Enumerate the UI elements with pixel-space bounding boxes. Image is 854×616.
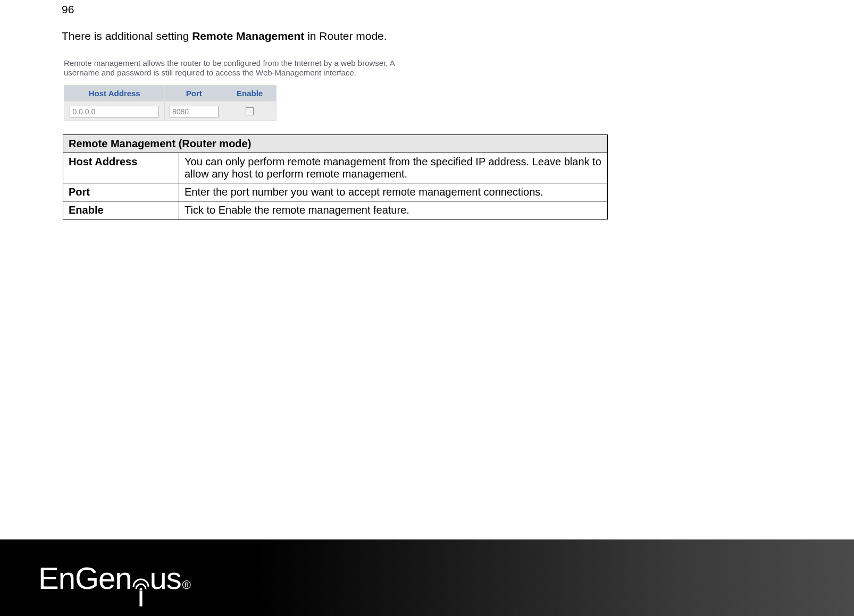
logo-text-pre: EnGen bbox=[38, 563, 132, 594]
page-footer: EnGen ı us ® bbox=[0, 539, 854, 616]
intro-bold: Remote Management bbox=[192, 30, 304, 42]
intro-sentence: There is additional setting Remote Manag… bbox=[62, 30, 387, 43]
engenius-logo: EnGen ı us ® bbox=[38, 563, 190, 604]
intro-prefix: There is additional setting bbox=[62, 30, 192, 42]
desc-table-title: Remote Management (Router mode) bbox=[63, 135, 608, 153]
desc-text: Enter the port number you want to accept… bbox=[179, 183, 608, 201]
table-row: Enable Tick to Enable the remote managem… bbox=[63, 201, 608, 220]
logo-text-post: us bbox=[150, 563, 181, 594]
desc-text: Tick to Enable the remote management fea… bbox=[179, 201, 608, 220]
description-table: Remote Management (Router mode) Host Add… bbox=[63, 134, 608, 220]
ui-value-row bbox=[64, 102, 277, 121]
desc-text: You can only perform remote management f… bbox=[179, 153, 608, 183]
registered-icon: ® bbox=[182, 579, 190, 591]
port-input[interactable] bbox=[170, 106, 219, 117]
desc-table-title-row: Remote Management (Router mode) bbox=[63, 135, 608, 153]
logo-letter-i: ı bbox=[137, 587, 145, 605]
ui-header-enable: Enable bbox=[223, 86, 277, 102]
table-row: Port Enter the port number you want to a… bbox=[63, 183, 608, 201]
intro-suffix: in Router mode. bbox=[304, 30, 387, 42]
desc-label: Host Address bbox=[63, 153, 179, 183]
description-table-container: Remote Management (Router mode) Host Add… bbox=[63, 134, 608, 220]
host-address-input[interactable] bbox=[70, 106, 159, 117]
ui-header-host: Host Address bbox=[64, 86, 165, 102]
table-row: Host Address You can only perform remote… bbox=[63, 153, 608, 183]
remote-management-ui: Remote management allows the router to b… bbox=[62, 56, 402, 121]
desc-label: Enable bbox=[63, 201, 179, 220]
ui-header-port: Port bbox=[165, 86, 223, 102]
ui-settings-table: Host Address Port Enable bbox=[64, 85, 277, 121]
page-number: 96 bbox=[62, 3, 74, 16]
desc-label: Port bbox=[63, 183, 179, 201]
ui-header-row: Host Address Port Enable bbox=[64, 86, 277, 102]
logo-i-with-wifi: ı bbox=[132, 578, 150, 605]
ui-description: Remote management allows the router to b… bbox=[64, 58, 402, 78]
enable-checkbox[interactable] bbox=[246, 107, 254, 115]
